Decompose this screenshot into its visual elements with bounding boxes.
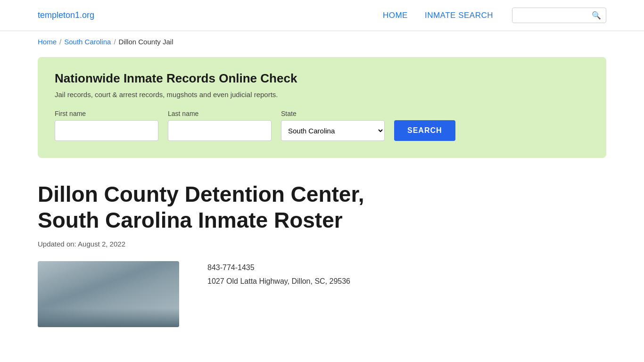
main-content: Dillon County Detention Center, South Ca… <box>0 172 644 341</box>
header-search-box: 🔍 <box>512 8 606 23</box>
facility-address: 1027 Old Latta Highway, Dillon, SC, 2953… <box>207 275 350 288</box>
info-section: 843-774-1435 1027 Old Latta Highway, Dil… <box>38 261 606 327</box>
main-nav: HOME INMATE SEARCH <box>383 11 493 20</box>
first-name-label: First name <box>55 110 158 117</box>
facility-details: 843-774-1435 1027 Old Latta Highway, Dil… <box>207 261 350 288</box>
search-icon: 🔍 <box>592 11 601 20</box>
search-form: First name Last name State South Carolin… <box>55 110 589 141</box>
page-title: Dillon County Detention Center, South Ca… <box>38 181 368 233</box>
breadcrumb-state[interactable]: South Carolina <box>64 38 111 46</box>
site-header: templeton1.org HOME INMATE SEARCH 🔍 <box>0 0 644 31</box>
nav-inmate-search[interactable]: INMATE SEARCH <box>425 11 493 20</box>
facility-phone: 843-774-1435 <box>207 261 350 275</box>
breadcrumb-sep-2: / <box>114 38 116 46</box>
last-name-label: Last name <box>168 110 272 117</box>
last-name-group: Last name <box>168 110 272 141</box>
search-banner-subtitle: Jail records, court & arrest records, mu… <box>55 90 589 99</box>
breadcrumb: Home / South Carolina / Dillon County Ja… <box>0 31 644 52</box>
search-banner: Nationwide Inmate Records Online Check J… <box>38 57 606 158</box>
search-button[interactable]: SEARCH <box>394 120 455 141</box>
state-select[interactable]: South Carolina Alabama Alaska Arizona Ge… <box>281 120 385 141</box>
breadcrumb-sep-1: / <box>59 38 61 46</box>
breadcrumb-current: Dillon County Jail <box>119 38 173 46</box>
header-search-input[interactable] <box>517 12 592 19</box>
first-name-input[interactable] <box>55 120 158 141</box>
nav-home[interactable]: HOME <box>383 11 408 20</box>
site-logo[interactable]: templeton1.org <box>38 10 94 20</box>
first-name-group: First name <box>55 110 158 141</box>
last-name-input[interactable] <box>168 120 272 141</box>
state-group: State South Carolina Alabama Alaska Ariz… <box>281 110 385 141</box>
state-label: State <box>281 110 385 117</box>
breadcrumb-home[interactable]: Home <box>38 38 57 46</box>
updated-date: Updated on: August 2, 2022 <box>38 240 606 248</box>
search-banner-title: Nationwide Inmate Records Online Check <box>55 71 589 86</box>
facility-image <box>38 261 179 327</box>
